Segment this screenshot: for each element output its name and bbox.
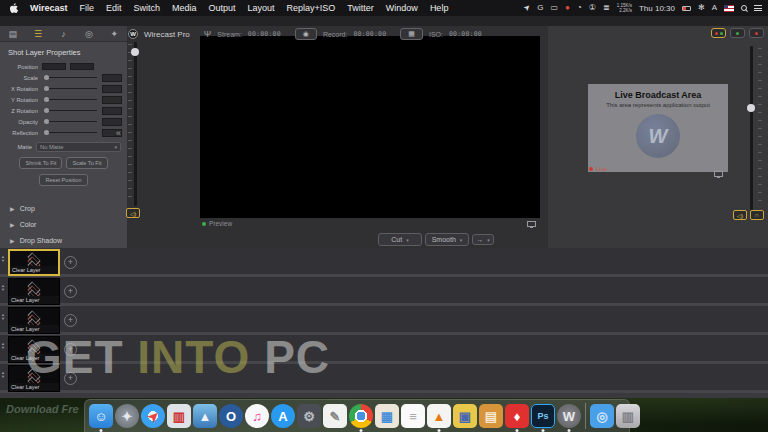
menu-item-output[interactable]: Output	[203, 3, 242, 13]
notes-app-icon[interactable]: ≡	[400, 401, 426, 431]
add-shot-button[interactable]: +	[64, 256, 77, 269]
add-shot-button[interactable]: +	[64, 285, 77, 298]
truck-app-icon[interactable]: ▣	[452, 401, 478, 431]
stream-antenna-icon[interactable]: Ψ	[204, 29, 212, 39]
preview-fullscreen-icon[interactable]	[527, 221, 536, 227]
menu-item-media[interactable]: Media	[166, 3, 203, 13]
tab-settings-icon[interactable]: ✦	[104, 29, 124, 39]
downloads-folder-icon[interactable]: ◎	[589, 401, 615, 431]
itunes-app-icon[interactable]: ♫	[244, 401, 270, 431]
layer-thumbnail[interactable]: Clear Layer	[8, 278, 60, 305]
layer-reorder-arrows[interactable]: ▲▼	[1, 313, 5, 321]
panel-collapse-chevron[interactable]: «	[116, 128, 121, 138]
layer-reorder-arrows[interactable]: ▲▼	[1, 284, 5, 292]
matte-dropdown[interactable]: No Matte▾	[36, 142, 121, 152]
safari-app-icon[interactable]: ➤	[140, 401, 166, 431]
opacity-value-field[interactable]	[102, 118, 122, 126]
finder-app-icon[interactable]: ☺	[88, 401, 114, 431]
mail-photo-app-icon[interactable]: ▦	[374, 401, 400, 431]
master-audio-fader[interactable]	[750, 46, 753, 210]
cut-transition-button[interactable]: Cut▾	[378, 233, 422, 246]
menu-item-window[interactable]: Window	[380, 3, 424, 13]
stats-display-app-icon[interactable]: ▥	[166, 401, 192, 431]
section-crop[interactable]: ▶Crop	[10, 200, 127, 216]
stream-toggle-button[interactable]	[730, 28, 745, 38]
menu-item-wirecast[interactable]: Wirecast	[24, 3, 73, 13]
toolbox-app-icon[interactable]: ▤	[478, 401, 504, 431]
monitor-audio-button[interactable]: ∩	[750, 210, 764, 220]
record-button[interactable]: ◉	[295, 28, 317, 40]
z-rotation-slider[interactable]	[42, 107, 99, 114]
record-dot-icon[interactable]: ●	[565, 4, 570, 12]
section-drop-shadow[interactable]: ▶Drop Shadow	[10, 232, 127, 248]
master-fader-knob[interactable]	[747, 104, 755, 112]
menu-item-edit[interactable]: Edit	[100, 3, 128, 13]
menu-item-switch[interactable]: Switch	[127, 3, 166, 13]
x-rotation-value-field[interactable]	[102, 85, 122, 93]
scale-slider[interactable]	[42, 74, 99, 81]
system-preferences-app-icon[interactable]: ⚙	[296, 401, 322, 431]
network-stats[interactable]: 1.15K/s 2.2K/s	[617, 3, 632, 13]
menu-bar-clock[interactable]: Thu 10:30	[639, 4, 675, 13]
trash-icon[interactable]: ▥	[615, 401, 641, 431]
display-icon[interactable]: ▭	[551, 4, 559, 12]
add-shot-button[interactable]: +	[64, 314, 77, 327]
smooth-transition-button[interactable]: Smooth▾	[425, 233, 469, 246]
photoshop-app-icon[interactable]: Ps	[530, 401, 556, 431]
battery-icon[interactable]	[682, 6, 691, 11]
scale-value-field[interactable]	[102, 74, 122, 82]
opacity-slider[interactable]	[42, 118, 99, 125]
position-x-field[interactable]	[42, 63, 66, 70]
layer-thumbnail[interactable]: Clear Layer	[8, 249, 60, 276]
tab-chroma-icon[interactable]: ◎	[79, 29, 99, 39]
position-y-field[interactable]	[70, 63, 94, 70]
layer-reorder-arrows[interactable]: ▲▼	[1, 371, 5, 379]
vlc-app-icon[interactable]: ▲	[426, 401, 452, 431]
y-rotation-slider[interactable]	[42, 96, 99, 103]
layer-reorder-arrows[interactable]: ▲▼	[1, 342, 5, 350]
reflection-slider[interactable]	[42, 129, 99, 136]
menu-item-file[interactable]: File	[73, 3, 100, 13]
input-a-icon[interactable]: A	[712, 4, 717, 12]
app-store-app-icon[interactable]: A	[270, 401, 296, 431]
launchpad-app-icon[interactable]: ✦	[114, 401, 140, 431]
pointer-icon[interactable]: ➤	[522, 3, 532, 13]
record-toggle-button[interactable]	[749, 28, 764, 38]
reset-position-button[interactable]: Reset Position	[39, 174, 87, 186]
textedit-app-icon[interactable]: ✎	[322, 401, 348, 431]
menu-item-replay-iso[interactable]: Replay+ISO	[281, 3, 342, 13]
tab-audio-icon[interactable]: ♪	[53, 29, 73, 39]
apple-icon[interactable]	[6, 3, 20, 14]
shrink-to-fit-button[interactable]: Shrink To Fit	[19, 157, 62, 169]
section-color[interactable]: ▶Color	[10, 216, 127, 232]
menu-item-twitter[interactable]: Twitter	[341, 3, 380, 13]
spotlight-icon[interactable]	[741, 5, 747, 11]
live-fullscreen-icon[interactable]	[714, 171, 723, 177]
percent-icon[interactable]: ◔	[577, 4, 582, 12]
menu-item-layout[interactable]: Layout	[242, 3, 281, 13]
scale-to-fit-button[interactable]: Scale To Fit	[66, 157, 107, 169]
menu-item-help[interactable]: Help	[424, 3, 455, 13]
master-mute-button[interactable]: ◁)	[733, 210, 747, 220]
x-rotation-slider[interactable]	[42, 85, 99, 92]
layout-icon[interactable]: ≣	[603, 4, 610, 12]
y-rotation-value-field[interactable]	[102, 96, 122, 104]
left-mute-button[interactable]: ◁)	[126, 208, 140, 218]
chrome-app-icon[interactable]	[348, 401, 374, 431]
z-rotation-value-field[interactable]	[102, 107, 122, 115]
go-button[interactable]: →▾	[472, 234, 494, 245]
layer-reorder-arrows[interactable]: ▲▼	[1, 255, 5, 263]
keyboard-flag-icon[interactable]	[724, 5, 734, 12]
fan-icon[interactable]: ✻	[698, 4, 705, 12]
left-audio-fader[interactable]	[134, 42, 137, 206]
tab-shots-icon[interactable]: ▤	[3, 29, 23, 39]
notification-center-icon[interactable]	[754, 5, 762, 11]
photos-app-icon[interactable]: ▲	[192, 401, 218, 431]
wirecast-app-icon[interactable]: W	[556, 401, 582, 431]
tab-layers-icon[interactable]: ☰	[28, 29, 48, 39]
info-icon[interactable]: ①	[589, 4, 596, 12]
go-live-button[interactable]	[711, 28, 726, 38]
red-drop-app-icon[interactable]: ♦	[504, 401, 530, 431]
1password-app-icon[interactable]: O	[218, 401, 244, 431]
g-app-icon[interactable]: G	[537, 4, 543, 12]
